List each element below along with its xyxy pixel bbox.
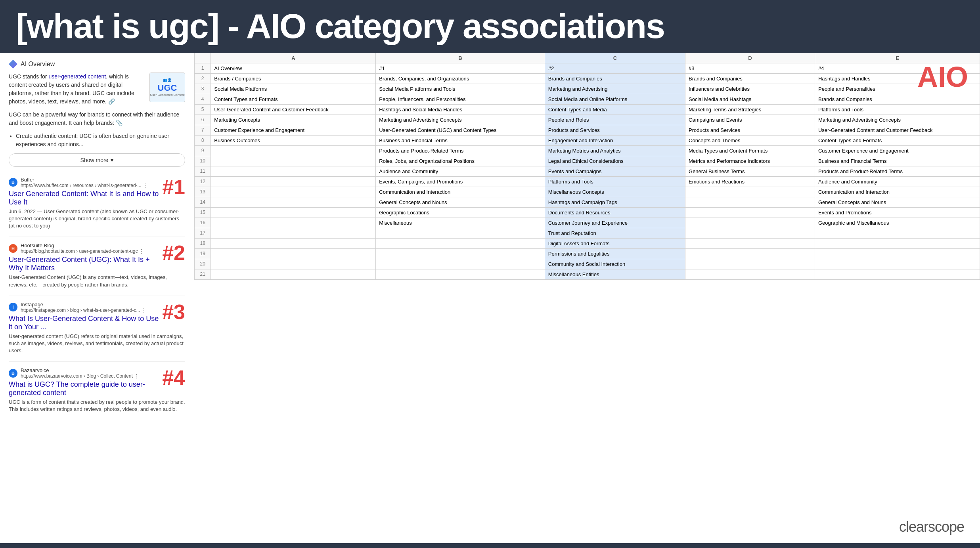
aio-badge: AIO xyxy=(917,61,968,93)
result-source-url: https://blog.hootsuite.com › user-genera… xyxy=(21,248,144,254)
rank-badge: #4 xyxy=(162,367,185,388)
search-result-item: #4 B Bazaarvoice https://www.bazaarvoice… xyxy=(9,361,185,413)
table-cell: Digital Assets and Formats xyxy=(545,238,685,248)
table-cell: Business Outcomes xyxy=(211,135,376,145)
table-cell: General Concepts and Nouns xyxy=(376,197,545,207)
table-cell: Customer Journey and Experience xyxy=(545,218,685,228)
table-cell: Media Types and Content Formats xyxy=(685,145,815,156)
column-header: C xyxy=(545,53,685,63)
result-source-url: https://instapage.com › blog › what-is-u… xyxy=(21,307,146,313)
table-cell: Content Types and Media xyxy=(545,104,685,115)
table-cell: Engagement and Interaction xyxy=(545,135,685,145)
table-cell: Geographic and Miscellaneous xyxy=(815,218,980,228)
result-favicon: B xyxy=(9,178,17,187)
table-cell: Permissions and Legalities xyxy=(545,248,685,259)
result-title[interactable]: User-Generated Content (UGC): What It Is… xyxy=(9,256,185,272)
table-cell xyxy=(685,248,815,259)
row-number: 15 xyxy=(195,207,211,218)
table-cell: Metrics and Performance Indicators xyxy=(685,156,815,166)
table-cell xyxy=(211,248,376,259)
result-source-url: https://www.bazaarvoice.com › Blog › Col… xyxy=(21,373,139,379)
row-number: 6 xyxy=(195,115,211,125)
table-cell: Events and Promotions xyxy=(815,207,980,218)
table-row: 21Miscellaneous Entities xyxy=(195,269,980,279)
row-number: 12 xyxy=(195,176,211,187)
page-header: [what is ugc] - AIO category association… xyxy=(0,0,980,53)
show-more-button[interactable]: Show more ▾ xyxy=(9,153,185,167)
page-title: [what is ugc] - AIO category association… xyxy=(16,7,964,46)
table-cell xyxy=(211,166,376,176)
table-row: 8Business OutcomesBusiness and Financial… xyxy=(195,135,980,145)
table-cell: Communication and Interaction xyxy=(376,187,545,197)
table-row: 11Audience and CommunityEvents and Campa… xyxy=(195,166,980,176)
row-number: 19 xyxy=(195,248,211,259)
row-number: 20 xyxy=(195,259,211,269)
search-result-item: #2 H Hootsuite Blog https://blog.hootsui… xyxy=(9,237,185,288)
table-cell: Social Media and Hashtags xyxy=(685,94,815,104)
table-cell xyxy=(685,259,815,269)
table-cell xyxy=(211,176,376,187)
table-cell xyxy=(211,145,376,156)
main-content: AI Overview 👥👤 UGC User Generated Conten… xyxy=(0,53,980,543)
table-cell: Products and Services xyxy=(685,125,815,135)
table-cell: Influencers and Celebrities xyxy=(685,84,815,94)
table-row: 17Trust and Reputation xyxy=(195,228,980,238)
table-cell: Products and Services xyxy=(545,125,685,135)
row-number: 4 xyxy=(195,94,211,104)
table-cell: Miscellaneous xyxy=(376,218,545,228)
rank-badge: #3 xyxy=(162,302,185,322)
row-number: 8 xyxy=(195,135,211,145)
table-cell xyxy=(376,238,545,248)
table-cell xyxy=(815,228,980,238)
table-cell: Business and Financial Terms xyxy=(376,135,545,145)
table-row: 4Content Types and FormatsPeople, Influe… xyxy=(195,94,980,104)
table-cell: Products and Product-Related Terms xyxy=(815,166,980,176)
table-cell xyxy=(211,218,376,228)
table-cell: Community and Social Interaction xyxy=(545,259,685,269)
table-cell: Legal and Ethical Considerations xyxy=(545,156,685,166)
search-results-panel: AI Overview 👥👤 UGC User Generated Conten… xyxy=(0,53,194,543)
table-row: 9Products and Product-Related TermsMarke… xyxy=(195,145,980,156)
spreadsheet: ABCDE 1AI Overview#1#2#3#42Brands / Comp… xyxy=(194,53,980,543)
table-cell: Platforms and Tools xyxy=(815,104,980,115)
result-source-name: Hootsuite Blog xyxy=(21,242,144,248)
table-cell: Hashtags and Social Media Handles xyxy=(376,104,545,115)
row-number: 7 xyxy=(195,125,211,135)
ai-bullet-1: Create authentic content: UGC is often b… xyxy=(16,132,185,149)
result-title[interactable]: What is UGC? The complete guide to user-… xyxy=(9,380,185,397)
ai-overview-label: AI Overview xyxy=(21,61,55,68)
table-cell: Communication and Interaction xyxy=(815,187,980,197)
table-cell: Campaigns and Events xyxy=(685,115,815,125)
result-title[interactable]: User Generated Content: What It Is and H… xyxy=(9,190,185,206)
table-cell: Customer Experience and Engagement xyxy=(815,145,980,156)
result-snippet: UGC is a form of content that's created … xyxy=(9,399,185,413)
table-row: 14General Concepts and NounsHashtags and… xyxy=(195,197,980,207)
table-cell: User-Generated Content and Customer Feed… xyxy=(815,125,980,135)
table-cell: Content Types and Formats xyxy=(211,94,376,104)
table-cell: Products and Product-Related Terms xyxy=(376,145,545,156)
ai-diamond-icon xyxy=(9,60,17,69)
table-cell: Brands and Companies xyxy=(815,94,980,104)
table-cell xyxy=(815,269,980,279)
table-cell: People and Roles xyxy=(545,115,685,125)
table-cell: Events, Campaigns, and Promotions xyxy=(376,176,545,187)
result-source-name: Instapage xyxy=(21,302,146,307)
column-header xyxy=(195,53,211,63)
table-row: 12Events, Campaigns, and PromotionsPlatf… xyxy=(195,176,980,187)
ugc-logo: 👥👤 UGC User Generated Content xyxy=(149,73,185,102)
table-cell xyxy=(211,197,376,207)
table-cell xyxy=(685,207,815,218)
result-favicon: I xyxy=(9,303,17,311)
table-cell xyxy=(211,269,376,279)
table-cell: Marketing and Advertising Concepts xyxy=(376,115,545,125)
result-title[interactable]: What Is User-Generated Content & How to … xyxy=(9,315,185,331)
table-cell: Brands and Companies xyxy=(545,73,685,84)
table-cell: Platforms and Tools xyxy=(545,176,685,187)
result-source: I Instapage https://instapage.com › blog… xyxy=(9,302,159,313)
table-cell: Brands / Companies xyxy=(211,73,376,84)
table-cell: Marketing Metrics and Analytics xyxy=(545,145,685,156)
table-cell xyxy=(211,238,376,248)
table-cell xyxy=(376,228,545,238)
chevron-down-icon: ▾ xyxy=(111,157,113,163)
table-cell: User-Generated Content (UGC) and Content… xyxy=(376,125,545,135)
